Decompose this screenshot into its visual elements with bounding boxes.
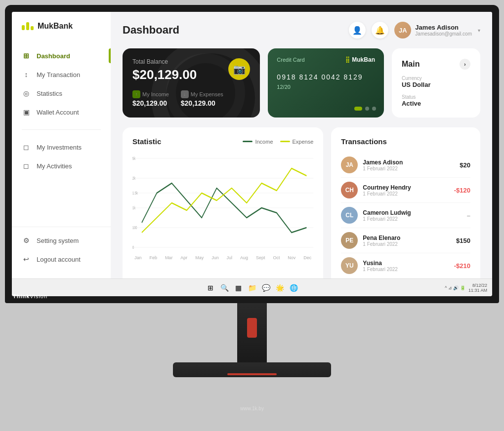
avatar-initials: JA	[399, 27, 407, 34]
avatar: YU	[341, 257, 358, 274]
notification-button[interactable]: 🔔	[372, 22, 388, 39]
dashboard-icon: ⊞	[22, 51, 31, 60]
bell-icon: 🔔	[375, 26, 385, 35]
avatar: CH	[341, 182, 358, 198]
page-title: Dashboard	[123, 24, 179, 37]
info-card: Main › Currency US Dollar Status Active	[392, 48, 480, 118]
transaction-name: Cameron Ludwig	[363, 209, 462, 216]
bottom-row: Statistic Income Expense	[123, 127, 480, 278]
browser-icon[interactable]: 🌐	[289, 283, 298, 293]
sidebar-item-investments[interactable]: ◻ My Investments	[12, 138, 111, 157]
taskview-icon[interactable]: ▦	[233, 283, 243, 293]
chevron-down-icon: ▾	[478, 28, 480, 33]
avatar: JA	[394, 22, 411, 39]
sidebar-item-label: Dashboard	[37, 52, 70, 60]
svg-text:1k: 1k	[132, 205, 135, 211]
transaction-amount: -$210	[454, 262, 470, 270]
chart-area: 5k 2k 1.5k 1k 100 0	[132, 154, 313, 252]
expense-label: ↓ My Expenses	[181, 90, 223, 98]
transaction-info: Yusina 1 Februari 2022	[363, 260, 449, 272]
windows-icon[interactable]: ⊞	[206, 283, 215, 293]
info-card-chevron[interactable]: ›	[460, 59, 470, 70]
info-card-title: Main ›	[402, 59, 470, 70]
avatar: CL	[341, 207, 358, 224]
bank-logo-icon: ⣿	[345, 56, 350, 63]
investments-icon: ◻	[22, 143, 31, 152]
sidebar-item-activities[interactable]: ◻ My Activities	[12, 157, 111, 175]
sidebar-item-label: Wallet Account	[37, 109, 79, 116]
sidebar-item-logout[interactable]: ↩ Logout account	[12, 250, 111, 269]
screen: MukBank ⊞ Dashboard ↕ My Transaction ◎ S…	[12, 12, 492, 296]
logo-icon	[22, 22, 34, 30]
sidebar-item-label: Setting system	[37, 237, 79, 244]
sidebar-item-statistics[interactable]: ◎ Statistics	[12, 84, 111, 103]
user-name: James Adison	[415, 24, 472, 31]
table-row: JA James Adison 1 Februari 2022 $20	[341, 153, 470, 178]
balance-card: Total Balance $20,129.00 📷 ↑ My Income	[123, 48, 260, 118]
dot-2	[365, 107, 369, 111]
logo-bar-3	[31, 26, 34, 30]
currency-field: Currency US Dollar	[402, 76, 470, 88]
taskbar-icons-right: ^ ⊿ 🔊 🔋	[445, 285, 465, 290]
transaction-amount: -$120	[454, 187, 470, 194]
sidebar-item-transaction[interactable]: ↕ My Transaction	[12, 65, 111, 84]
app-container: MukBank ⊞ Dashboard ↕ My Transaction ◎ S…	[12, 12, 492, 278]
transaction-icon: ↕	[22, 70, 31, 79]
svg-text:0: 0	[132, 245, 134, 250]
statistics-icon: ◎	[22, 89, 31, 98]
table-row: CH Courtney Hendry 1 Februari 2022 -$120	[341, 178, 470, 203]
transactions-title: Transactions	[341, 137, 470, 146]
income-item: ↑ My Income $20,129.00	[132, 90, 169, 107]
transaction-name: Pena Elenaro	[363, 235, 451, 241]
store-icon[interactable]: 🌟	[275, 283, 285, 293]
sidebar: MukBank ⊞ Dashboard ↕ My Transaction ◎ S…	[12, 12, 111, 278]
currency-label: Currency	[402, 76, 470, 81]
user-profile[interactable]: JA James Adison Jamesadison@gmail.com ▾	[394, 22, 480, 39]
credit-card-bank: ⣿ MukBan	[345, 56, 375, 63]
transaction-name: James Adison	[363, 159, 455, 166]
transaction-date: 1 Februari 2022	[363, 166, 455, 171]
transaction-info: Courtney Hendry 1 Februari 2022	[363, 184, 449, 196]
legend-expense: Expense	[280, 139, 314, 145]
transaction-date: 1 Februari 2022	[363, 216, 462, 222]
sidebar-item-settings[interactable]: ⚙ Setting system	[12, 231, 111, 250]
transaction-date: 1 Februari 2022	[363, 241, 451, 247]
logo: MukBank	[12, 22, 111, 42]
monitor-neck	[237, 303, 267, 362]
secondary-nav: ◻ My Investments ◻ My Activities	[12, 134, 111, 179]
monitor-base	[173, 362, 331, 377]
sidebar-item-wallet[interactable]: ▣ Wallet Account	[12, 103, 111, 121]
status-field: Status Active	[402, 94, 470, 107]
table-row: PE Pena Elenaro 1 Februari 2022 $150	[341, 228, 470, 253]
monitor: MukBank ⊞ Dashboard ↕ My Transaction ◎ S…	[5, 5, 499, 303]
user-icon-button[interactable]: 👤	[349, 22, 366, 39]
sidebar-item-dashboard[interactable]: ⊞ Dashboard	[12, 46, 111, 65]
transaction-amount: –	[467, 212, 470, 219]
sidebar-item-label: My Investments	[37, 144, 82, 151]
expense-icon: ↓	[181, 90, 189, 98]
fileexplorer-icon[interactable]: 📁	[247, 283, 257, 293]
svg-text:1.5k: 1.5k	[132, 191, 138, 196]
main-content: Dashboard 👤 🔔 JA	[111, 12, 492, 278]
transaction-info: James Adison 1 Februari 2022	[363, 159, 455, 171]
chart-title: Statistic	[132, 137, 161, 146]
dot-1	[354, 107, 362, 111]
income-label: ↑ My Income	[132, 90, 169, 98]
user-email: Jamesadison@gmail.com	[415, 31, 472, 37]
settings-icon: ⚙	[22, 236, 31, 245]
bank-name: MukBan	[352, 56, 375, 63]
transaction-date: 1 Februari 2022	[363, 191, 449, 196]
currency-value: US Dollar	[402, 81, 470, 88]
monitor-bottom-bezel: ThinkVision	[12, 296, 492, 303]
chart-x-labels: Jan Feb Mar Apr May Jun Jul Aug Sept Oct…	[132, 255, 313, 260]
svg-text:5k: 5k	[132, 156, 135, 161]
income-amount: $20,129.00	[132, 99, 169, 107]
taskbar-right: ^ ⊿ 🔊 🔋 8/12/22 11:31 AM	[445, 283, 487, 293]
svg-text:100: 100	[132, 225, 137, 231]
chat-icon[interactable]: 💬	[261, 283, 271, 293]
search-icon[interactable]: 🔍	[219, 283, 229, 293]
table-row: YU Yusina 1 Februari 2022 -$210	[341, 253, 470, 278]
card-dots	[354, 107, 376, 111]
dot-3	[372, 107, 376, 111]
transaction-info: Pena Elenaro 1 Februari 2022	[363, 235, 451, 247]
